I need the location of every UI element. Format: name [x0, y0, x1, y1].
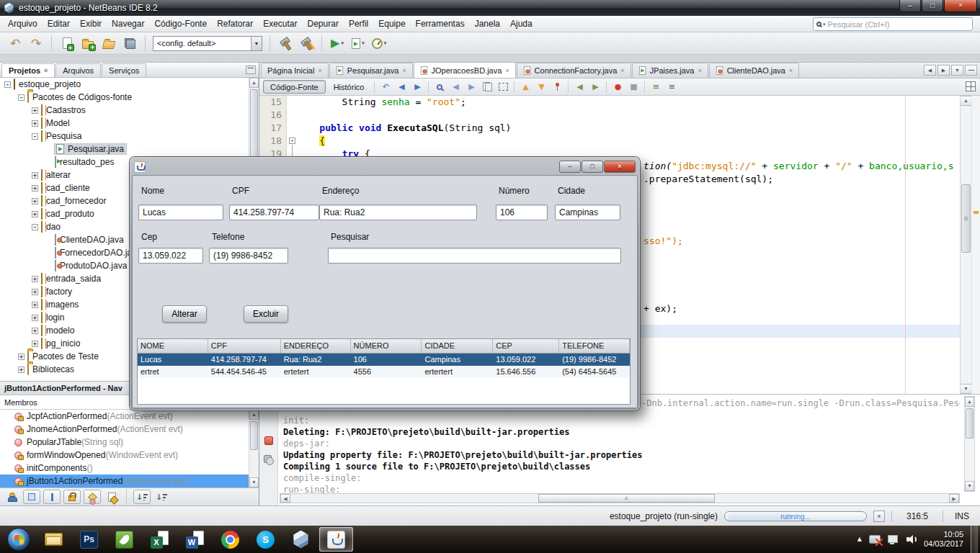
- tree-scroll-up-icon[interactable]: ▲: [249, 78, 259, 88]
- tree-expander-icon[interactable]: +: [32, 211, 38, 217]
- menu-equipe[interactable]: Equipe: [373, 17, 410, 31]
- sort-by-source-button[interactable]: ↓: [153, 490, 169, 504]
- taskbar-app-java[interactable]: [319, 527, 353, 552]
- menu-depurar[interactable]: Depurar: [303, 17, 344, 31]
- tree-item-pesquisa[interactable]: -Pesquisa: [0, 130, 259, 143]
- navigator-scroll-thumb[interactable]: [250, 421, 258, 450]
- window-close-button[interactable]: ×: [944, 0, 977, 12]
- next-bookmark-button[interactable]: ▼: [534, 80, 548, 94]
- menu-refatorar[interactable]: Refatorar: [212, 17, 258, 31]
- tree-item-cadastros[interactable]: +Cadastros: [0, 104, 259, 117]
- save-all-button[interactable]: [120, 34, 139, 53]
- menu-c-digo-fonte[interactable]: Código-Fonte: [149, 17, 212, 31]
- taskbar-clock[interactable]: 10:05 04/03/2017: [924, 530, 963, 549]
- dialog-titlebar[interactable]: – □ ×: [132, 159, 638, 175]
- tree-expander-icon[interactable]: +: [32, 107, 38, 114]
- chevron-down-icon[interactable]: ▾: [362, 40, 365, 46]
- fold-collapse-icon[interactable]: -: [289, 138, 295, 144]
- navigator-scroll-down-icon[interactable]: ▼: [249, 477, 259, 487]
- pesquisar-field[interactable]: [328, 248, 621, 264]
- cep-field[interactable]: 13.059.022: [138, 248, 203, 264]
- output-scroll-up-icon[interactable]: ▲: [965, 397, 974, 407]
- excluir-button[interactable]: Excluir: [244, 305, 288, 323]
- ant-settings-button[interactable]: [262, 454, 275, 467]
- tree-item-pesquisar-java[interactable]: Pesquisar.java: [0, 143, 259, 156]
- close-icon[interactable]: ×: [402, 67, 406, 74]
- output-vertical-scrollbar[interactable]: ▲ ▼: [964, 396, 975, 492]
- table-row[interactable]: Lucas414.258.797-74Rua: Rua2106Campinas1…: [138, 354, 630, 366]
- tree-expander-icon[interactable]: +: [32, 185, 38, 192]
- output-scroll-down-icon[interactable]: ▼: [965, 481, 974, 491]
- tree-expander-icon[interactable]: +: [32, 198, 38, 204]
- previous-bookmark-button[interactable]: ▲: [518, 80, 533, 94]
- show-hidden-icons-button[interactable]: ▲: [858, 536, 862, 542]
- window-maximize-button[interactable]: □: [922, 0, 943, 12]
- nome-field[interactable]: Lucas: [138, 204, 223, 220]
- warning-mark-icon[interactable]: [974, 211, 979, 214]
- editor-tab-jpaises-java[interactable]: JPaises.java×: [632, 63, 708, 78]
- tree-expander-icon[interactable]: -: [18, 94, 24, 101]
- navigator-member-list[interactable]: JcpfActionPerformed(ActionEvent evt)Jnom…: [0, 410, 259, 487]
- show-inner-classes-button[interactable]: [84, 490, 101, 504]
- history-view-button[interactable]: Histórico: [327, 80, 371, 94]
- build-project-button[interactable]: [276, 34, 295, 53]
- column-header-telefone[interactable]: TELEFONE: [559, 339, 630, 353]
- tree-expander-icon[interactable]: +: [18, 354, 24, 360]
- toggle-highlight-button[interactable]: [480, 80, 494, 94]
- window-minimize-button[interactable]: –: [899, 0, 921, 12]
- clean-build-button[interactable]: [297, 34, 316, 53]
- tree-expander-icon[interactable]: +: [32, 276, 38, 282]
- redo-button[interactable]: ↷: [27, 34, 45, 53]
- new-file-button[interactable]: [58, 34, 76, 53]
- alterar-button[interactable]: Alterar: [162, 305, 207, 323]
- editor-tab-p-gina-inicial[interactable]: Página Inicial×: [261, 63, 329, 78]
- menu-perfil[interactable]: Perfil: [344, 17, 373, 31]
- menu-exibir[interactable]: Exibir: [75, 17, 107, 31]
- stop-build-button[interactable]: [262, 434, 275, 447]
- maximize-editor-button[interactable]: [965, 65, 977, 76]
- output-scroll-right-icon[interactable]: ▶: [949, 494, 959, 503]
- start-button[interactable]: [7, 528, 30, 551]
- tree-expander-icon[interactable]: +: [32, 315, 38, 321]
- member-popularjtable[interactable]: PopularJTable(String sql): [0, 436, 259, 449]
- menu-ferramentas[interactable]: Ferramentas: [411, 17, 470, 31]
- close-icon[interactable]: ×: [44, 67, 48, 74]
- rerun-button[interactable]: [262, 415, 275, 428]
- close-icon[interactable]: ×: [318, 67, 321, 74]
- scroll-tabs-left-button[interactable]: ◀: [924, 65, 936, 76]
- close-icon[interactable]: ×: [698, 67, 701, 74]
- volume-tray-icon[interactable]: [906, 535, 917, 544]
- taskbar-app-skype[interactable]: S: [249, 527, 282, 552]
- show-fields-button[interactable]: [23, 490, 40, 504]
- tree-expander-icon[interactable]: +: [32, 172, 38, 179]
- chevron-down-icon[interactable]: ▾: [384, 40, 387, 46]
- sort-alphabetically-button[interactable]: ↓: [133, 490, 151, 504]
- telefone-field[interactable]: (19) 9986-8452: [209, 248, 288, 264]
- close-icon[interactable]: ×: [789, 67, 793, 74]
- column-header-cidade[interactable]: CIDADE: [422, 339, 493, 353]
- last-edit-position-button[interactable]: ↶: [378, 80, 393, 94]
- tree-item-estoque-projeto[interactable]: -estoque_projeto: [0, 78, 259, 91]
- config-combobox[interactable]: <config. default>▼: [153, 36, 262, 51]
- member-jnomeactionperformed[interactable]: JnomeActionPerformed(ActionEvent evt): [0, 423, 259, 436]
- output-horizontal-scrollbar[interactable]: ◀ ≡ ▶: [280, 493, 960, 503]
- n-mero-field[interactable]: 106: [496, 204, 548, 220]
- quick-search-box[interactable]: ▾: [813, 17, 973, 31]
- cancel-process-button[interactable]: ×: [873, 511, 885, 522]
- column-header-endere-o[interactable]: ENDEREÇO: [281, 339, 351, 353]
- rectangular-selection-button[interactable]: [496, 80, 510, 94]
- cpf-field[interactable]: 414.258.797-74: [229, 204, 319, 220]
- tree-expander-icon[interactable]: +: [32, 120, 38, 127]
- clientes-table[interactable]: NOMECPFENDEREÇONÚMEROCIDADECEPTELEFONELu…: [137, 338, 631, 405]
- jump-forward-button[interactable]: ▶: [410, 80, 424, 94]
- tree-expander-icon[interactable]: -: [32, 133, 38, 140]
- split-editor-button[interactable]: [966, 81, 976, 91]
- table-row[interactable]: ertret544.454.546-45ertetert4556erterter…: [138, 366, 630, 378]
- taskbar-app-excel[interactable]: X: [143, 527, 177, 552]
- editor-scroll-down-icon[interactable]: ▼: [961, 384, 971, 394]
- menu-ajuda[interactable]: Ajuda: [505, 17, 538, 31]
- column-header-cpf[interactable]: CPF: [208, 339, 281, 353]
- menu-arquivo[interactable]: Arquivo: [3, 17, 43, 31]
- dialog-close-button[interactable]: ×: [604, 161, 636, 173]
- menu-executar[interactable]: Executar: [258, 17, 302, 31]
